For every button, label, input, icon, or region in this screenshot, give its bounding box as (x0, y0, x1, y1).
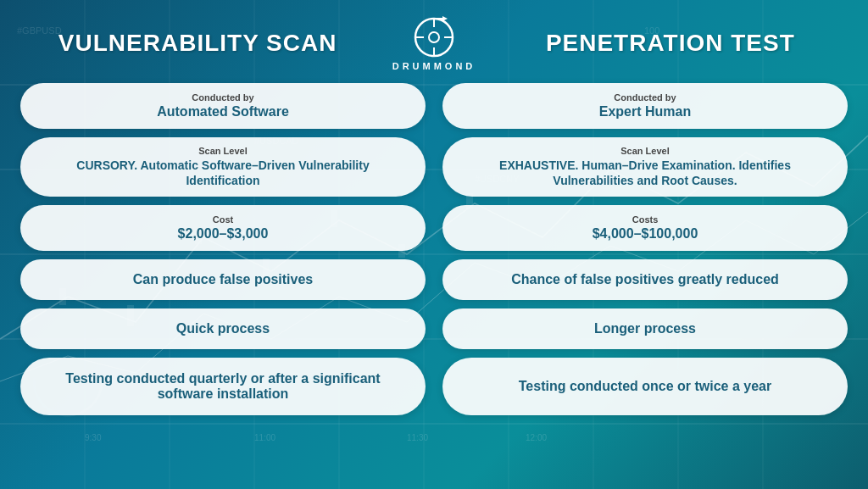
right-conducted-value: Expert Human (599, 104, 691, 119)
left-card-scan-level: Scan Level CURSORY. Automatic Software–D… (20, 137, 426, 197)
logo-text: DRUMMOND (392, 61, 476, 71)
main-content: VULNERABILITY SCAN DRUMMOND PENETRATION … (0, 0, 868, 489)
right-column: Conducted by Expert Human Scan Level EXH… (442, 83, 848, 474)
left-scan-value: CURSORY. Automatic Software–Driven Vulne… (41, 158, 405, 188)
left-false-positives-value: Can produce false positives (133, 272, 314, 287)
left-card-false-positives: Can produce false positives (20, 259, 426, 300)
right-scan-label: Scan Level (620, 146, 669, 156)
left-column: Conducted by Automated Software Scan Lev… (20, 83, 426, 474)
vulnerability-scan-title: VULNERABILITY SCAN (58, 30, 337, 56)
right-false-positives-value: Chance of false positives greatly reduce… (511, 272, 779, 287)
right-conducted-label: Conducted by (614, 92, 676, 103)
left-scan-label: Scan Level (198, 146, 247, 156)
right-longer-process-value: Longer process (594, 321, 696, 336)
right-card-scan-level: Scan Level EXHAUSTIVE. Human–Drive Exami… (442, 137, 848, 197)
left-card-conducted-by: Conducted by Automated Software (20, 83, 426, 129)
right-scan-value: EXHAUSTIVE. Human–Drive Examination. Ide… (463, 158, 827, 188)
left-card-cost: Cost $2,000–$3,000 (20, 205, 426, 251)
left-column-title: VULNERABILITY SCAN (20, 30, 375, 57)
right-card-false-positives: Chance of false positives greatly reduce… (442, 259, 848, 300)
header-row: VULNERABILITY SCAN DRUMMOND PENETRATION … (20, 15, 848, 71)
left-card-testing-frequency: Testing conducted quarterly or after a s… (20, 358, 426, 415)
right-column-title: PENETRATION TEST (493, 30, 848, 57)
left-conducted-label: Conducted by (192, 92, 253, 103)
svg-marker-38 (442, 16, 448, 21)
drummond-logo-icon (412, 15, 456, 59)
left-cost-value: $2,000–$3,000 (178, 226, 269, 242)
right-card-conducted-by: Conducted by Expert Human (442, 83, 848, 129)
left-quick-process-value: Quick process (176, 321, 270, 336)
right-card-cost: Costs $4,000–$100,000 (442, 205, 848, 251)
compare-area: Conducted by Automated Software Scan Lev… (20, 83, 848, 474)
left-cost-label: Cost (213, 214, 233, 225)
penetration-test-title: PENETRATION TEST (546, 30, 795, 56)
right-cost-value: $4,000–$100,000 (593, 226, 698, 242)
right-testing-frequency-value: Testing conducted once or twice a year (519, 379, 771, 394)
left-conducted-value: Automated Software (157, 104, 289, 119)
logo-area: DRUMMOND (375, 15, 492, 71)
left-card-quick-process: Quick process (20, 308, 426, 349)
svg-point-32 (429, 32, 439, 42)
right-card-testing-frequency: Testing conducted once or twice a year (442, 358, 848, 415)
right-card-longer-process: Longer process (442, 308, 848, 349)
left-testing-frequency-value: Testing conducted quarterly or after a s… (41, 371, 405, 402)
right-cost-label: Costs (632, 214, 659, 225)
